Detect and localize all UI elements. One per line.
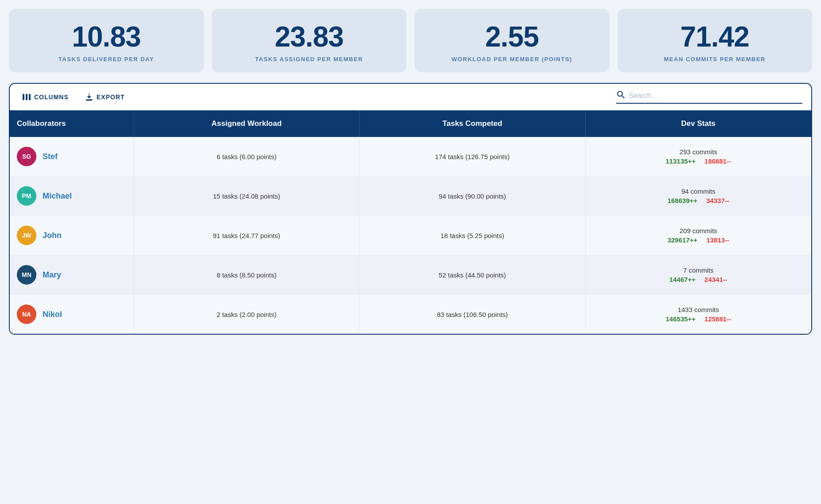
collab-name[interactable]: John <box>43 231 62 240</box>
stats-row: 10.83 TASKS DELIVERED PER DAY 23.83 TASK… <box>9 9 812 72</box>
assigned-workload-value: 91 tasks (24.77 points) <box>213 232 280 239</box>
columns-button[interactable]: COLUMNS <box>19 91 72 103</box>
stat-card-tasks-per-day: 10.83 TASKS DELIVERED PER DAY <box>9 9 204 72</box>
svg-rect-1 <box>26 94 27 100</box>
avatar: JW <box>17 226 36 245</box>
table-row: SG Stef 6 tasks (6.00 points) 174 tasks … <box>10 137 811 176</box>
dev-stats-row: 14467++ 24341-- <box>669 276 727 283</box>
stat-value-tasks-per-day: 10.83 <box>20 21 193 52</box>
avatar: NA <box>17 305 36 324</box>
tasks-completed-cell: 174 tasks (126.75 points) <box>360 137 585 176</box>
table-header-1: Assigned Workload <box>134 110 360 137</box>
assigned-workload-cell: 6 tasks (6.00 points) <box>134 137 360 176</box>
deletions: 186881-- <box>704 157 731 165</box>
assigned-workload-value: 8 tasks (8.50 points) <box>217 271 277 279</box>
deletions: 24341-- <box>704 276 727 283</box>
additions: 113135++ <box>666 157 696 165</box>
search-container <box>616 90 802 104</box>
collaborator-cell: NA Nikol <box>10 295 134 334</box>
table-body: SG Stef 6 tasks (6.00 points) 174 tasks … <box>10 137 811 334</box>
stat-value-workload-per-member: 2.55 <box>425 21 599 52</box>
columns-label: COLUMNS <box>34 94 69 101</box>
assigned-workload-cell: 2 tasks (2.00 points) <box>134 295 360 334</box>
dev-stats-cell: 94 commits 168639++ 34337-- <box>586 176 811 215</box>
deletions: 13813-- <box>706 236 729 244</box>
additions: 146535++ <box>666 315 696 323</box>
additions: 14467++ <box>669 276 696 283</box>
table-row: NA Nikol 2 tasks (2.00 points) 83 tasks … <box>10 295 811 334</box>
tasks-completed-value: 18 tasks (5.25 points) <box>441 232 504 239</box>
collab-cell: MN Mary <box>17 265 61 285</box>
tasks-completed-cell: 18 tasks (5.25 points) <box>360 216 585 255</box>
commits-count: 94 commits <box>681 188 715 195</box>
dev-stats-row: 113135++ 186881-- <box>666 157 731 165</box>
assigned-workload-cell: 91 tasks (24.77 points) <box>134 216 360 255</box>
svg-rect-2 <box>29 94 31 100</box>
search-input[interactable] <box>629 92 802 100</box>
svg-line-5 <box>622 96 625 98</box>
assigned-workload-cell: 15 tasks (24.08 points) <box>134 176 360 215</box>
toolbar: COLUMNS EXPORT <box>10 84 811 110</box>
stat-label-mean-commits: MEAN COMMITS PER MEMBER <box>628 56 802 63</box>
collab-name[interactable]: Michael <box>43 191 72 201</box>
dev-stats-row: 146535++ 125881-- <box>666 315 731 323</box>
deletions: 125881-- <box>704 315 731 323</box>
search-icon <box>616 90 625 101</box>
stat-label-workload-per-member: WORKLOAD PER MEMBER (POINTS) <box>425 56 599 63</box>
table-header-2: Tasks Competed <box>360 110 585 137</box>
collaborator-cell: JW John <box>10 216 134 255</box>
table-container: COLUMNS EXPORT CollaboratorsAssigne <box>9 83 812 335</box>
export-icon <box>85 93 94 102</box>
collaborator-cell: PM Michael <box>10 176 134 215</box>
dev-stats-inner: 7 commits 14467++ 24341-- <box>669 266 727 283</box>
stat-card-mean-commits: 71.42 MEAN COMMITS PER MEMBER <box>618 9 813 72</box>
svg-rect-0 <box>23 94 24 100</box>
table-row: MN Mary 8 tasks (8.50 points) 52 tasks (… <box>10 255 811 295</box>
dev-stats-cell: 1433 commits 146535++ 125881-- <box>586 295 811 334</box>
collaborator-cell: MN Mary <box>10 255 134 294</box>
tasks-completed-value: 174 tasks (126.75 points) <box>435 153 509 160</box>
dev-stats-inner: 209 commits 329617++ 13813-- <box>668 227 729 244</box>
commits-count: 7 commits <box>683 266 713 274</box>
stat-card-workload-per-member: 2.55 WORKLOAD PER MEMBER (POINTS) <box>414 9 610 72</box>
dev-stats-cell: 209 commits 329617++ 13813-- <box>586 216 811 255</box>
dev-stats-inner: 94 commits 168639++ 34337-- <box>668 188 729 204</box>
tasks-completed-value: 83 tasks (106.50 points) <box>437 311 508 318</box>
stat-card-tasks-per-member: 23.83 TASKS ASSIGNED PER MEMBER <box>212 9 407 72</box>
collab-cell: JW John <box>17 226 62 245</box>
dev-stats-row: 168639++ 34337-- <box>668 197 729 204</box>
collaborator-cell: SG Stef <box>10 137 134 176</box>
collab-cell: SG Stef <box>17 147 58 166</box>
stat-value-tasks-per-member: 23.83 <box>223 21 396 52</box>
deletions: 34337-- <box>706 197 729 204</box>
assigned-workload-value: 6 tasks (6.00 points) <box>217 153 277 160</box>
assigned-workload-cell: 8 tasks (8.50 points) <box>134 255 360 294</box>
assigned-workload-value: 15 tasks (24.08 points) <box>213 192 280 200</box>
commits-count: 1433 commits <box>678 306 719 313</box>
tasks-completed-cell: 94 tasks (90.00 points) <box>360 176 585 215</box>
table-header-3: Dev Stats <box>586 110 811 137</box>
dev-stats-inner: 293 commits 113135++ 186881-- <box>666 148 731 165</box>
commits-count: 293 commits <box>680 148 717 156</box>
collab-cell: PM Michael <box>17 186 72 206</box>
dev-stats-cell: 293 commits 113135++ 186881-- <box>586 137 811 176</box>
tasks-completed-value: 52 tasks (44.50 points) <box>439 271 506 279</box>
svg-rect-3 <box>86 99 92 101</box>
table-header: CollaboratorsAssigned WorkloadTasks Comp… <box>10 110 811 137</box>
avatar: PM <box>17 186 36 206</box>
additions: 329617++ <box>668 236 698 244</box>
dev-stats-cell: 7 commits 14467++ 24341-- <box>586 255 811 294</box>
table-header-0: Collaborators <box>10 110 134 137</box>
assigned-workload-value: 2 tasks (2.00 points) <box>217 311 277 318</box>
dev-stats-row: 329617++ 13813-- <box>668 236 729 244</box>
additions: 168639++ <box>668 197 698 204</box>
table-row: PM Michael 15 tasks (24.08 points) 94 ta… <box>10 176 811 216</box>
export-button[interactable]: EXPORT <box>81 91 129 103</box>
collab-name[interactable]: Mary <box>43 270 61 280</box>
toolbar-left: COLUMNS EXPORT <box>19 91 128 103</box>
collab-name[interactable]: Nikol <box>43 310 62 319</box>
collab-name[interactable]: Stef <box>43 152 58 161</box>
dev-stats-inner: 1433 commits 146535++ 125881-- <box>666 306 731 323</box>
tasks-completed-value: 94 tasks (90.00 points) <box>439 192 506 200</box>
export-label: EXPORT <box>97 94 125 101</box>
